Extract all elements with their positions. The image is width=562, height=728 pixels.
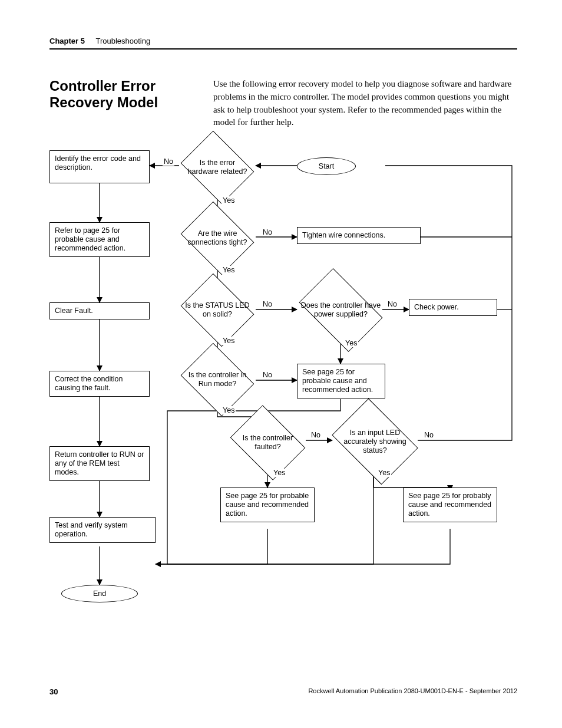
- process-see25b: See page 25 for probable cause and recom…: [220, 487, 315, 522]
- label-no: No: [386, 300, 398, 308]
- process-see25c: See page 25 for probably cause and recom…: [403, 487, 497, 522]
- process-tighten: Tighten wire connections.: [297, 227, 421, 244]
- process-correct: Correct the condition causing the fault.: [49, 371, 150, 397]
- process-clear: Clear Fault.: [49, 302, 150, 319]
- label-yes: Yes: [222, 266, 236, 274]
- label-yes: Yes: [272, 469, 286, 477]
- label-no: No: [262, 300, 273, 308]
- section-header: Controller Error Recovery Model Use the …: [49, 78, 517, 129]
- chapter-title: Troubleshooting: [95, 37, 150, 45]
- decision-wire-tight: Are the wire connections tight?: [182, 215, 253, 261]
- flowchart: Start End Is the error hardware related?…: [49, 140, 521, 611]
- decision-error-hw: Is the error hardware related?: [182, 144, 253, 190]
- process-test: Test and verify system operation.: [49, 517, 156, 543]
- section-body: Use the following error recovery model t…: [213, 78, 517, 129]
- decision-status-led: Is the STATUS LED on solid?: [182, 287, 253, 333]
- label-no: No: [310, 431, 322, 439]
- process-see25a: See page 25 for probable cause and recom…: [297, 364, 385, 398]
- process-identify: Identify the error code and description.: [49, 150, 150, 183]
- label-no: No: [262, 228, 273, 236]
- label-yes: Yes: [344, 339, 358, 347]
- terminator-start: Start: [297, 157, 356, 175]
- label-yes: Yes: [222, 196, 236, 205]
- label-no: No: [262, 371, 273, 379]
- label-yes: Yes: [222, 406, 236, 414]
- process-refer25: Refer to page 25 for probable cause and …: [49, 222, 150, 257]
- decision-run-mode: Is the controller in Run mode?: [182, 357, 253, 403]
- label-yes: Yes: [222, 337, 236, 345]
- process-checkpower: Check power.: [409, 299, 497, 316]
- section-title: Controller Error Recovery Model: [49, 78, 197, 129]
- running-header: Chapter 5 Troubleshooting: [49, 35, 517, 50]
- publication-line: Rockwell Automation Publication 2080-UM0…: [308, 687, 517, 696]
- label-no: No: [163, 157, 174, 166]
- page-footer: 30 Rockwell Automation Publication 2080-…: [49, 687, 517, 696]
- label-no: No: [423, 431, 435, 439]
- decision-faulted: Is the controller faulted?: [231, 420, 305, 466]
- page-number: 30: [49, 687, 58, 696]
- process-return: Return controller to RUN or any of the R…: [49, 446, 150, 481]
- terminator-end: End: [61, 585, 138, 602]
- label-yes: Yes: [377, 469, 391, 477]
- decision-power: Does the controller have power supplied?: [298, 286, 384, 334]
- decision-input-led: Is an input LED accurately showing statu…: [332, 416, 418, 467]
- chapter-label: Chapter 5: [49, 37, 85, 45]
